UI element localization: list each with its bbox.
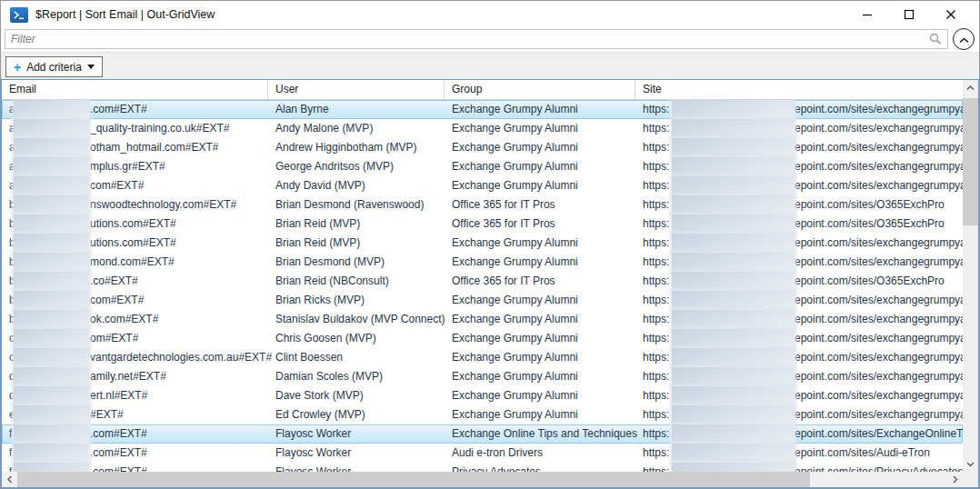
- email-cell-value: ert.nl#EXT#: [90, 386, 147, 405]
- user-cell-value: Flayosc Worker: [275, 444, 351, 463]
- table-row[interactable]: bok.com#EXT#Stanislav Buldakov (MVP Conn…: [2, 310, 963, 329]
- user-cell-value: Ed Crowley (MVP): [275, 405, 365, 424]
- email-redaction-blur: [14, 234, 89, 253]
- scroll-left-icon[interactable]: [2, 472, 17, 487]
- scroll-down-icon[interactable]: [963, 456, 978, 472]
- filter-row: [1, 28, 979, 52]
- minimize-button[interactable]: [846, 1, 888, 28]
- table-row[interactable]: com#EXT#Chris Goosen (MVP)Exchange Grump…: [2, 329, 963, 348]
- horizontal-scroll-thumb[interactable]: [17, 472, 810, 487]
- user-cell-value: Andy David (MVP): [275, 176, 365, 195]
- table-row[interactable]: acom#EXT#Andy David (MVP)Exchange Grumpy…: [2, 176, 963, 195]
- site-redaction-blur: [672, 310, 795, 329]
- email-redaction-blur: [14, 367, 89, 386]
- table-row[interactable]: a.com#EXT#Alan ByrneExchange Grumpy Alum…: [2, 100, 963, 119]
- site-redaction-blur: [672, 405, 795, 424]
- close-button[interactable]: [930, 1, 972, 28]
- table-row[interactable]: butions.com#EXT#Brian Reid (MVP)Exchange…: [2, 234, 963, 253]
- table-row[interactable]: f.com#EXT#Flayosc WorkerPrivacy Advocate…: [2, 463, 963, 472]
- table-row[interactable]: bmond.com#EXT#Brian Desmond (MVP)Exchang…: [2, 253, 963, 272]
- email-cell-value: .com#EXT#: [90, 100, 147, 119]
- grid-header: Email User Group Site: [2, 80, 963, 100]
- site-redaction-blur: [672, 329, 795, 348]
- user-cell-value: Dave Stork (MVP): [275, 386, 364, 405]
- add-criteria-button[interactable]: + Add criteria: [5, 56, 103, 77]
- site-redaction-blur: [672, 253, 795, 272]
- group-cell-value: Audi e-tron Drivers: [452, 444, 543, 463]
- site-cell-prefix: https:: [643, 310, 669, 329]
- column-header-email[interactable]: Email: [2, 80, 268, 99]
- group-cell-value: Exchange Grumpy Alumni: [452, 367, 578, 386]
- email-redaction-blur: [14, 195, 89, 215]
- table-row[interactable]: aotham_hotmail.com#EXT#Andrew Higginboth…: [2, 138, 963, 157]
- table-row[interactable]: amplus.gr#EXT#George Andritsos (MVP)Exch…: [2, 157, 963, 176]
- scroll-right-icon[interactable]: [947, 472, 963, 487]
- site-cell-prefix: https:: [643, 100, 669, 119]
- user-cell-value: Flayosc Worker: [275, 463, 351, 472]
- window-controls: [846, 1, 972, 28]
- filter-input[interactable]: [5, 29, 948, 49]
- user-cell-value: Brian Desmond (MVP): [275, 253, 385, 272]
- site-redaction-blur: [672, 463, 795, 472]
- email-cell-value: com#EXT#: [90, 291, 144, 310]
- table-row[interactable]: f.com#EXT#Flayosc WorkerAudi e-tron Driv…: [2, 444, 963, 463]
- email-cell-value: utions.com#EXT#: [90, 215, 176, 234]
- site-cell-prefix: https:: [643, 463, 669, 472]
- group-cell-value: Exchange Grumpy Alumni: [452, 119, 578, 138]
- scrollbar-corner: [963, 472, 978, 487]
- table-row[interactable]: dert.nl#EXT#Dave Stork (MVP)Exchange Gru…: [2, 386, 963, 405]
- table-row[interactable]: bnswoodtechnology.com#EXT#Brian Desmond …: [2, 195, 963, 215]
- site-cell-prefix: https:: [643, 215, 669, 234]
- group-cell-value: Exchange Grumpy Alumni: [452, 310, 578, 329]
- site-redaction-blur: [672, 119, 795, 138]
- scroll-up-icon[interactable]: [963, 80, 978, 95]
- group-cell-value: Exchange Online Tips and Techniques: [452, 424, 637, 444]
- site-cell-prefix: https:: [643, 253, 669, 272]
- site-redaction-blur: [672, 234, 795, 253]
- site-cell-prefix: https:: [643, 424, 669, 444]
- group-cell-value: Office 365 for IT Pros: [452, 195, 555, 215]
- group-cell-value: Exchange Grumpy Alumni: [452, 176, 578, 195]
- site-redaction-blur: [672, 272, 795, 291]
- site-cell-value: epoint.com/sites/exchangegrumpya: [795, 386, 963, 405]
- email-cell-value: vantgardetechnologies.com.au#EXT#: [90, 348, 272, 367]
- user-cell-value: Brian Reid (NBConsult): [275, 272, 389, 291]
- table-row[interactable]: e#EXT#Ed Crowley (MVP)Exchange Grumpy Al…: [2, 405, 963, 424]
- email-cell-value: .com#EXT#: [90, 444, 147, 463]
- site-cell-value: epoint.com/sites/O365ExchPro: [795, 215, 963, 234]
- maximize-button[interactable]: [888, 1, 930, 28]
- email-redaction-blur: [14, 291, 89, 310]
- email-cell-value: .com#EXT#: [90, 463, 147, 472]
- column-header-group[interactable]: Group: [445, 80, 635, 99]
- group-cell-value: Exchange Grumpy Alumni: [452, 348, 578, 367]
- plus-icon: +: [14, 61, 21, 74]
- email-redaction-blur: [14, 253, 89, 272]
- table-row[interactable]: f.com#EXT#Flayosc WorkerExchange Online …: [2, 424, 963, 444]
- table-row[interactable]: damily.net#EXT#Damian Scoles (MVP)Exchan…: [2, 367, 963, 386]
- table-row[interactable]: a_quality-training.co.uk#EXT#Andy Malone…: [2, 119, 963, 138]
- site-cell-value: epoint.com/sites/exchangegrumpya: [795, 138, 963, 157]
- table-row[interactable]: bcom#EXT#Brian Ricks (MVP)Exchange Grump…: [2, 291, 963, 310]
- horizontal-scrollbar[interactable]: [2, 472, 963, 487]
- user-cell-value: Flayosc Worker: [275, 424, 351, 444]
- vertical-scrollbar[interactable]: [963, 80, 978, 472]
- column-header-site[interactable]: Site: [635, 80, 963, 99]
- site-redaction-blur: [672, 367, 795, 386]
- table-row[interactable]: cvantgardetechnologies.com.au#EXT#Clint …: [2, 348, 963, 367]
- email-redaction-blur: [14, 176, 89, 195]
- email-cell-value: otham_hotmail.com#EXT#: [90, 138, 218, 157]
- table-row[interactable]: b.co#EXT#Brian Reid (NBConsult)Office 36…: [2, 272, 963, 291]
- site-cell-value: epoint.com/sites/exchangegrumpya: [795, 405, 963, 424]
- user-cell-value: Damian Scoles (MVP): [275, 367, 383, 386]
- email-cell-value: mplus.gr#EXT#: [90, 157, 165, 176]
- email-redaction-blur: [14, 386, 89, 405]
- email-redaction-blur: [14, 329, 89, 348]
- table-row[interactable]: butions.com#EXT#Brian Reid (MVP)Office 3…: [2, 215, 963, 234]
- column-header-user[interactable]: User: [268, 80, 445, 99]
- grid-rows: a.com#EXT#Alan ByrneExchange Grumpy Alum…: [2, 100, 963, 472]
- collapse-criteria-button[interactable]: [953, 28, 975, 50]
- out-gridview-window: $Report | Sort Email | Out-GridView: [0, 0, 980, 489]
- vertical-scroll-thumb[interactable]: [963, 98, 978, 225]
- user-cell-value: Andy Malone (MVP): [275, 119, 373, 138]
- site-redaction-blur: [672, 138, 795, 157]
